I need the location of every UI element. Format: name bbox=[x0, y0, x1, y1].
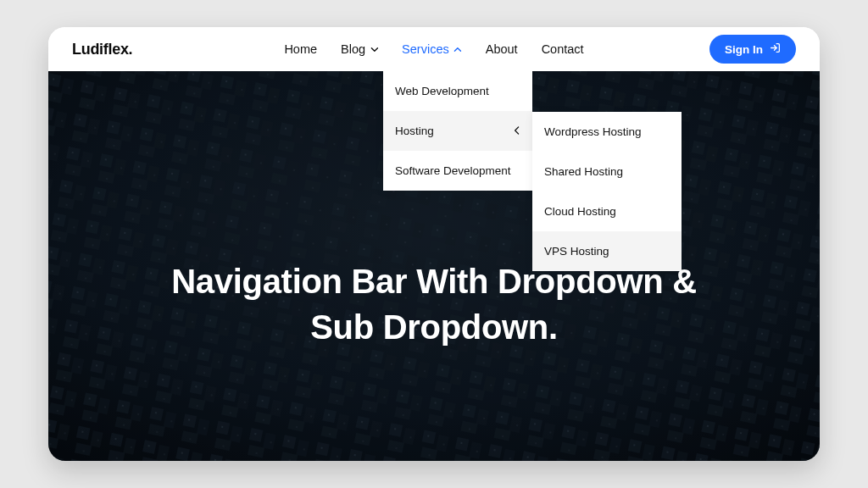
dropdown-item-web-development[interactable]: Web Development bbox=[383, 71, 532, 111]
hero-title-line2: Sub Dropdown. bbox=[310, 308, 558, 346]
dropdown-item-hosting[interactable]: Hosting bbox=[383, 111, 532, 151]
nav-blog[interactable]: Blog bbox=[341, 42, 378, 56]
hero-title: Navigation Bar With Dropdown & Sub Dropd… bbox=[171, 258, 697, 350]
nav-home[interactable]: Home bbox=[284, 42, 317, 56]
dropdown-label: Hosting bbox=[395, 125, 434, 137]
chevron-up-icon bbox=[454, 46, 462, 53]
nav-about[interactable]: About bbox=[486, 42, 518, 56]
nav-links: Home Blog Services About Contact bbox=[284, 42, 583, 56]
signin-label: Sign In bbox=[725, 43, 763, 56]
dropdown-label: Web Development bbox=[395, 85, 489, 97]
hosting-sub-dropdown: Wordpress Hosting Shared Hosting Cloud H… bbox=[532, 112, 682, 271]
dropdown-label: Software Development bbox=[395, 164, 511, 177]
nav-blog-label: Blog bbox=[341, 42, 365, 56]
sub-item-cloud-hosting[interactable]: Cloud Hosting bbox=[532, 191, 682, 231]
navbar: Ludiflex. Home Blog Services About Conta… bbox=[48, 27, 820, 71]
sub-item-shared-hosting[interactable]: Shared Hosting bbox=[532, 152, 682, 191]
signin-button[interactable]: Sign In bbox=[709, 35, 796, 64]
sub-label: VPS Hosting bbox=[544, 245, 609, 258]
login-icon bbox=[770, 42, 781, 56]
brand-logo[interactable]: Ludiflex. bbox=[72, 41, 132, 58]
sub-label: Shared Hosting bbox=[544, 165, 623, 178]
nav-services[interactable]: Services bbox=[402, 42, 462, 56]
nav-contact[interactable]: Contact bbox=[542, 42, 584, 56]
page-container: Ludiflex. Home Blog Services About Conta… bbox=[48, 27, 820, 461]
nav-services-label: Services bbox=[402, 42, 449, 56]
services-dropdown: Web Development Hosting Software Develop… bbox=[383, 71, 532, 191]
sub-item-vps-hosting[interactable]: VPS Hosting bbox=[532, 231, 682, 271]
sub-label: Wordpress Hosting bbox=[544, 125, 642, 138]
chevron-down-icon bbox=[370, 46, 378, 53]
sub-item-wordpress-hosting[interactable]: Wordpress Hosting bbox=[532, 112, 682, 152]
sub-label: Cloud Hosting bbox=[544, 205, 616, 218]
chevron-left-icon bbox=[514, 125, 520, 137]
dropdown-item-software-development[interactable]: Software Development bbox=[383, 151, 532, 191]
